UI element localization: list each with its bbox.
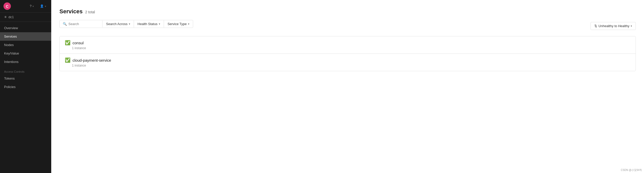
sidebar: C ? ▾ 👤 ▾ ✳ dc1 Overview Services Nodes <box>0 0 51 173</box>
search-across-chevron-icon: ▾ <box>129 23 130 25</box>
service-name-row: ✅ cloud-payment-service <box>65 57 630 63</box>
sidebar-item-label: Intentions <box>4 60 18 64</box>
health-status-button[interactable]: Health Status ▾ <box>134 20 164 28</box>
help-icon: ? <box>30 4 32 8</box>
user-chevron: ▾ <box>45 5 46 8</box>
sidebar-item-services[interactable]: Services <box>0 32 51 41</box>
sidebar-item-label: Overview <box>4 26 18 30</box>
sidebar-item-overview[interactable]: Overview <box>0 24 51 32</box>
service-name: consul <box>72 41 84 45</box>
health-passing-icon: ✅ <box>65 57 70 63</box>
search-across-label: Search Across <box>106 22 128 26</box>
sidebar-nav: Overview Services Nodes Key/Value Intent… <box>0 22 51 93</box>
sort-icon: ⇅ <box>594 24 597 28</box>
filter-sort-row: 🔍 Search Across ▾ Health Status ▾ Servic… <box>59 20 636 32</box>
sidebar-item-keyvalue[interactable]: Key/Value <box>0 49 51 58</box>
help-chevron: ▾ <box>33 5 34 8</box>
dc-label: dc1 <box>8 15 14 19</box>
watermark: CSDN @小宝94号 <box>621 168 642 172</box>
sidebar-item-label: Nodes <box>4 43 14 47</box>
sidebar-logo: C <box>3 2 11 10</box>
table-row[interactable]: ✅ cloud-payment-service 1 instance <box>60 54 636 71</box>
sort-chevron-icon: ▾ <box>631 25 632 27</box>
service-name: cloud-payment-service <box>72 58 111 62</box>
search-icon: 🔍 <box>63 22 67 26</box>
service-type-button[interactable]: Service Type ▾ <box>164 20 193 28</box>
service-instance-count: 1 instance <box>72 64 630 67</box>
health-status-chevron-icon: ▾ <box>159 23 160 25</box>
table-row[interactable]: ✅ consul 1 instance <box>60 36 636 54</box>
health-passing-icon: ✅ <box>65 40 70 46</box>
sidebar-item-nodes[interactable]: Nodes <box>0 41 51 49</box>
access-controls-section-label: Access Controls <box>0 66 51 74</box>
page-title: Services <box>59 8 83 15</box>
search-across-button[interactable]: Search Across ▾ <box>102 20 134 28</box>
user-button[interactable]: 👤 ▾ <box>38 3 48 9</box>
sort-button[interactable]: ⇅ Unhealthy to Healthy ▾ <box>590 22 636 30</box>
sidebar-item-label: Tokens <box>4 77 15 80</box>
service-instance-count: 1 instance <box>72 46 630 50</box>
sidebar-header: C ? ▾ 👤 ▾ <box>0 0 51 13</box>
datacenter-selector[interactable]: ✳ dc1 <box>0 13 51 22</box>
sort-label: Unhealthy to Healthy <box>598 24 629 28</box>
cluster-icon: ✳ <box>4 15 7 19</box>
service-list: ✅ consul 1 instance ✅ cloud-payment-serv… <box>59 36 636 71</box>
filter-bar: 🔍 Search Across ▾ Health Status ▾ Servic… <box>59 20 193 28</box>
service-type-chevron-icon: ▾ <box>188 23 189 25</box>
service-name-row: ✅ consul <box>65 40 630 46</box>
health-status-label: Health Status <box>138 22 158 26</box>
consul-logo-icon: C <box>3 2 11 10</box>
sidebar-item-policies[interactable]: Policies <box>0 83 51 91</box>
sidebar-item-label: Services <box>4 35 17 38</box>
user-icon: 👤 <box>40 4 44 8</box>
search-input[interactable] <box>68 22 99 26</box>
sidebar-item-label: Key/Value <box>4 51 19 55</box>
sidebar-item-tokens[interactable]: Tokens <box>0 74 51 83</box>
svg-text:C: C <box>6 4 8 8</box>
sidebar-item-intentions[interactable]: Intentions <box>0 58 51 66</box>
page-title-row: Services 2 total <box>59 8 636 15</box>
help-button[interactable]: ? ▾ <box>28 3 36 9</box>
service-type-label: Service Type <box>168 22 187 26</box>
search-input-wrap[interactable]: 🔍 <box>60 20 102 27</box>
sidebar-item-label: Policies <box>4 85 16 89</box>
page-count: 2 total <box>85 10 95 14</box>
main-content-area: Services 2 total 🔍 Search Across ▾ Healt… <box>51 0 644 173</box>
